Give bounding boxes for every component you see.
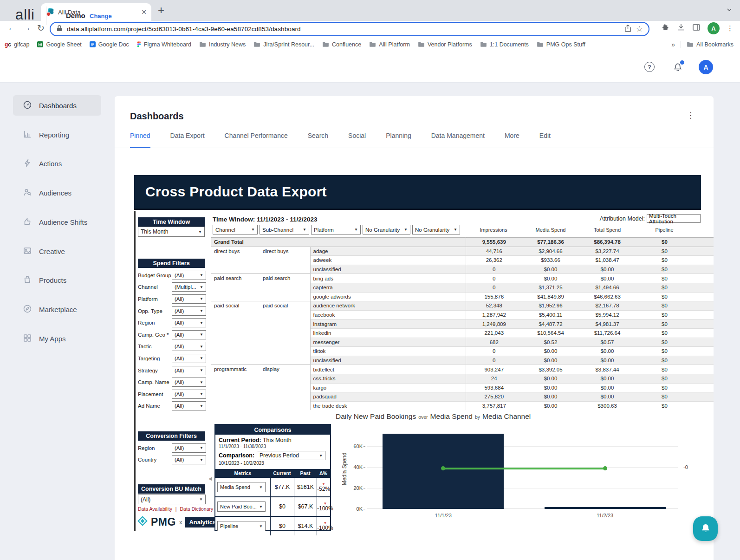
filter-dropdown[interactable]: (All)▼	[172, 306, 206, 316]
sidebar-item-audience-shifts[interactable]: Audience Shifts	[13, 212, 101, 232]
filter-dropdown[interactable]: (All)▼	[172, 342, 206, 351]
notifications-bell-icon[interactable]	[673, 61, 684, 73]
chart-title-part: Daily New Paid Bookings	[336, 412, 416, 420]
filler-cell	[694, 292, 714, 301]
page-menu-icon[interactable]: ⋮	[687, 111, 695, 120]
comparison-row: New Paid Boo...▼$0$67.K▼-100%	[215, 496, 330, 516]
value-cell: $1,494.66	[579, 283, 636, 292]
filter-dropdown[interactable]: (All)▼	[172, 294, 206, 304]
bookmark-item[interactable]: gcgifcap	[5, 41, 29, 48]
filter-dropdown[interactable]: (All)▼	[172, 443, 206, 453]
bookmark-item[interactable]: Google Doc	[90, 41, 129, 48]
column-dropdown[interactable]: Channel▼	[213, 225, 258, 234]
sidebar-item-reporting[interactable]: Reporting	[13, 124, 101, 145]
metric-dropdown[interactable]: Pipeline▼	[217, 521, 266, 531]
bookmarks-overflow-chevron[interactable]: »	[671, 41, 675, 48]
sidebar-item-actions[interactable]: Actions	[13, 153, 101, 174]
sidebar-item-dashboards[interactable]: Dashboards	[13, 95, 101, 116]
delta-percent: -100%	[317, 506, 333, 512]
tab-channel-performance[interactable]: Channel Performance	[225, 132, 288, 148]
sidebar-item-products[interactable]: Products	[13, 270, 101, 290]
folder-icon	[369, 41, 376, 47]
new-tab-button[interactable]: +	[158, 4, 164, 17]
bookmark-star-icon[interactable]: ☆	[636, 24, 643, 34]
download-icon[interactable]	[677, 23, 685, 33]
reload-button[interactable]: ↻	[37, 23, 45, 33]
browser-profile-avatar[interactable]: A	[708, 22, 720, 34]
chart-bar[interactable]	[545, 507, 666, 509]
bookmark-item[interactable]: Industry News	[199, 41, 246, 48]
bookmark-label: Industry News	[209, 41, 246, 48]
value-cell: 26,362	[466, 256, 522, 265]
filter-dropdown[interactable]: (All)▼	[172, 378, 206, 387]
sidebar-item-my-apps[interactable]: My Apps	[13, 328, 101, 349]
alli-logo[interactable]: alli	[15, 7, 35, 23]
data-availability-link[interactable]: Data Availability	[138, 506, 172, 512]
url-bar[interactable]: data.alliplatform.com/project/5cd63013-0…	[50, 22, 649, 36]
table-row: paid socialpaid socialaudience network52…	[211, 301, 714, 311]
back-button[interactable]: ←	[7, 23, 16, 33]
filter-dropdown[interactable]: (All)▼	[172, 271, 206, 280]
tab-data-management[interactable]: Data Management	[431, 132, 485, 148]
metric-dropdown[interactable]: New Paid Boo...▼	[217, 501, 266, 512]
time-window-dropdown[interactable]: This Month▼	[138, 227, 205, 237]
side-panel-icon[interactable]	[692, 23, 701, 33]
column-dropdown[interactable]: Sub-Channel▼	[260, 225, 309, 234]
all-bookmarks-button[interactable]: All Bookmarks	[687, 41, 734, 48]
panel-collapse-icon[interactable]: ◀	[208, 476, 212, 481]
bookmark-item[interactable]: Confluence	[322, 41, 361, 48]
bookmark-item[interactable]: Vendor Platforms	[418, 41, 472, 48]
change-project-link[interactable]: Change	[90, 13, 112, 20]
filter-row: Tactic(All)▼	[138, 341, 206, 353]
filter-dropdown[interactable]: (All)▼	[172, 401, 206, 410]
chart-line[interactable]	[443, 468, 605, 469]
tab-edit[interactable]: Edit	[539, 132, 551, 148]
tab-search[interactable]: Search	[308, 132, 328, 148]
filter-label: Strategy	[138, 368, 158, 373]
tab-more[interactable]: More	[505, 132, 519, 148]
bookmark-item[interactable]: Jira/Sprint Resour...	[253, 41, 314, 48]
tab-pinned[interactable]: Pinned	[130, 132, 150, 148]
column-dropdown[interactable]: No Granularity▼	[412, 225, 460, 234]
bookmark-label: Figma Whiteboard	[144, 41, 191, 48]
forward-button[interactable]: →	[22, 23, 31, 33]
sidebar-item-label: My Apps	[39, 335, 66, 343]
filter-dropdown[interactable]: (Multipl...▼	[172, 282, 206, 292]
filter-dropdown[interactable]: (All)▼	[172, 455, 206, 464]
tab-social[interactable]: Social	[348, 132, 366, 148]
sidebar-item-marketplace[interactable]: Marketplace	[13, 299, 101, 319]
subchannel-cell: paid social	[260, 301, 310, 365]
tab-data-export[interactable]: Data Export	[170, 132, 205, 148]
bookmark-item[interactable]: Google Sheet	[37, 41, 81, 48]
platform-cell: kargo	[310, 383, 466, 392]
bookmark-item[interactable]: Figma Whiteboard	[137, 41, 191, 48]
filter-dropdown[interactable]: (All)▼	[172, 318, 206, 327]
bookmark-item[interactable]: PMG Ops Stuff	[537, 41, 585, 48]
filter-dropdown[interactable]: (All)▼	[172, 366, 206, 375]
chart-line-point[interactable]	[603, 466, 607, 470]
column-dropdown[interactable]: Platform▼	[311, 225, 361, 234]
filter-dropdown[interactable]: (All)▼	[172, 330, 206, 339]
metric-dropdown[interactable]: Media Spend▼	[217, 482, 266, 492]
column-dropdown[interactable]: No Granularity▼	[363, 225, 410, 234]
tab-planning[interactable]: Planning	[386, 132, 411, 148]
extensions-puzzle-icon[interactable]	[662, 23, 670, 33]
sidebar-item-audiences[interactable]: Audiences	[13, 182, 101, 203]
attribution-model-dropdown[interactable]: Multi-Touch Attribution	[647, 214, 701, 223]
bookmark-item[interactable]: Alli Platform	[369, 41, 410, 48]
filter-dropdown[interactable]: (All)▼	[172, 354, 206, 363]
chart-bar[interactable]	[383, 434, 504, 509]
conversion-bu-match-dropdown[interactable]: (All)▼	[138, 495, 206, 504]
user-avatar[interactable]: A	[699, 60, 713, 74]
bookmark-item[interactable]: 1:1 Documents	[480, 41, 529, 48]
browser-menu-icon[interactable]: ⋮	[727, 24, 734, 33]
chat-fab-button[interactable]	[693, 516, 718, 541]
share-icon[interactable]	[624, 24, 632, 34]
help-icon[interactable]: ?	[644, 62, 655, 72]
comparison-dropdown[interactable]: Previous Period▼	[257, 451, 325, 460]
data-dictionary-link[interactable]: Data Dictionary *	[180, 506, 217, 512]
tab-close-icon[interactable]: ✕	[141, 8, 147, 16]
sidebar-item-creative[interactable]: Creative	[13, 241, 101, 261]
filter-dropdown[interactable]: (All)▼	[172, 390, 206, 399]
tab-strip-chevron-down-icon[interactable]	[726, 7, 733, 15]
